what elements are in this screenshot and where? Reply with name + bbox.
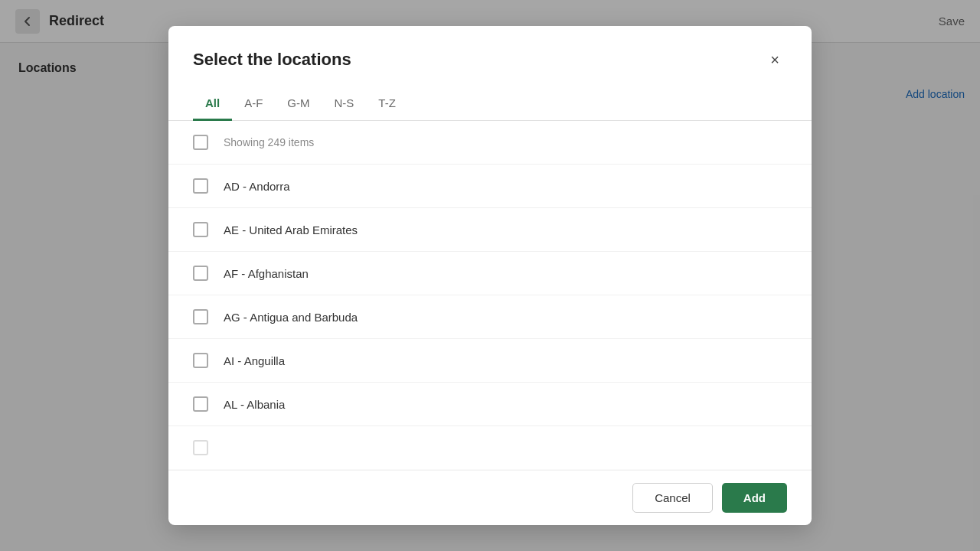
item-label-ai: AI - Anguilla [224, 354, 285, 367]
modal-overlay: Select the locations × All A-F G-M N-S T… [0, 0, 980, 551]
select-all-checkbox[interactable] [193, 135, 208, 150]
tab-all[interactable]: All [193, 87, 232, 121]
item-checkbox-af[interactable] [193, 266, 208, 281]
list-item[interactable]: AE - United Arab Emirates [168, 208, 812, 252]
item-checkbox-ad[interactable] [193, 178, 208, 194]
tab-n-s[interactable]: N-S [322, 87, 367, 121]
item-label-ag: AG - Antigua and Barbuda [224, 311, 358, 324]
item-checkbox-ai[interactable] [193, 353, 208, 368]
add-button[interactable]: Add [722, 483, 787, 513]
list-item[interactable]: AI - Anguilla [168, 339, 812, 383]
location-tabs: All A-F G-M N-S T-Z [168, 87, 812, 121]
list-item[interactable]: AD - Andorra [168, 165, 812, 208]
item-label-al: AL - Albania [224, 398, 285, 411]
item-label-ad: AD - Andorra [224, 180, 290, 193]
item-label-af: AF - Afghanistan [224, 267, 309, 280]
dialog-footer: Cancel Add [168, 470, 812, 525]
item-checkbox-ag[interactable] [193, 309, 208, 324]
tab-a-f[interactable]: A-F [232, 87, 275, 121]
list-header-item[interactable]: Showing 249 items [168, 121, 812, 165]
item-checkbox-am[interactable] [193, 440, 208, 455]
tab-g-m[interactable]: G-M [275, 87, 322, 121]
tab-t-z[interactable]: T-Z [366, 87, 408, 121]
select-locations-dialog: Select the locations × All A-F G-M N-S T… [168, 26, 812, 525]
list-item[interactable]: AG - Antigua and Barbuda [168, 295, 812, 339]
list-item[interactable]: AL - Albania [168, 383, 812, 426]
list-item[interactable] [168, 426, 812, 470]
item-count-label: Showing 249 items [224, 136, 314, 148]
dialog-header: Select the locations × [168, 26, 812, 87]
item-checkbox-al[interactable] [193, 396, 208, 412]
locations-list: Showing 249 items AD - Andorra AE - Unit… [168, 121, 812, 470]
cancel-button[interactable]: Cancel [632, 483, 713, 513]
list-item[interactable]: AF - Afghanistan [168, 252, 812, 295]
item-checkbox-ae[interactable] [193, 222, 208, 237]
item-label-ae: AE - United Arab Emirates [224, 223, 358, 236]
close-icon[interactable]: × [763, 47, 787, 72]
dialog-title: Select the locations [193, 50, 351, 70]
